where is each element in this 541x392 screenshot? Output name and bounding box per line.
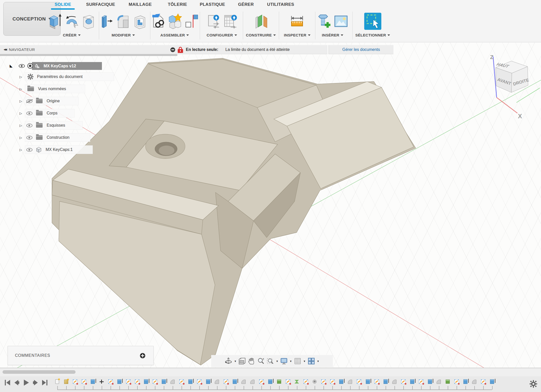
timeline-feature-extrude-icon[interactable] [115, 377, 124, 386]
tab-surfacique[interactable]: SURFACIQUE [85, 1, 117, 8]
timeline-feature-hole-icon[interactable] [310, 377, 319, 386]
fillet-icon[interactable] [116, 13, 131, 29]
joint-icon[interactable] [184, 13, 199, 29]
navigator-scrollbar[interactable] [0, 54, 177, 56]
new-component-icon[interactable] [167, 13, 182, 29]
timeline-feature-extrude-icon[interactable] [363, 377, 372, 386]
activate-component-radio[interactable] [27, 63, 33, 69]
expand-triangle-icon[interactable]: ▷ [18, 148, 23, 152]
timeline-feature-sketch-icon[interactable] [221, 377, 230, 386]
modifier-dropdown[interactable]: MODIFIER [112, 33, 135, 37]
timeline-feature-extrude-icon[interactable] [159, 377, 168, 386]
timeline-feature-extrude-icon[interactable] [425, 377, 434, 386]
selectionner-dropdown[interactable]: SÉLECTIONNER [355, 33, 390, 37]
counterbore-hole[interactable] [146, 134, 185, 159]
timeline-feature-base-feature-icon[interactable] [62, 377, 70, 386]
chevron-down-icon[interactable]: ▼ [303, 360, 306, 363]
timeline-scroll-track[interactable] [0, 368, 541, 376]
expand-triangle-icon[interactable]: ▷ [18, 111, 23, 115]
timeline-feature-sketch-icon[interactable] [399, 377, 408, 386]
link-component-icon[interactable] [151, 13, 165, 29]
timeline-feature-sketch-icon[interactable] [283, 377, 292, 386]
timeline-feature-extrude-icon[interactable] [186, 377, 195, 386]
visibility-eye-icon[interactable] [26, 136, 32, 140]
timeline-feature-combine-icon[interactable] [275, 377, 283, 386]
viewports-icon[interactable] [308, 357, 315, 365]
visibility-eye-icon[interactable] [19, 64, 25, 68]
tree-row-esquisses[interactable]: ▷ Esquisses [0, 121, 65, 130]
timeline-feature-extrude-icon[interactable] [408, 377, 417, 386]
tab-tolerie[interactable]: TÔLERIE [166, 1, 189, 8]
inspecter-dropdown[interactable]: INSPECTER [284, 33, 311, 37]
select-icon[interactable] [364, 12, 382, 30]
selected-item-highlight[interactable]: MX KeyCaps v12 [32, 62, 102, 70]
timeline-feature-fillet-icon[interactable] [470, 377, 479, 386]
timeline-feature-sketch-icon[interactable] [70, 377, 79, 386]
timeline-feature-extrude-icon[interactable] [88, 377, 97, 386]
tab-solide[interactable]: SOLIDE [53, 1, 73, 8]
minus-circle-icon[interactable] [170, 47, 175, 52]
pan-icon[interactable] [248, 357, 255, 365]
visibility-off-eye-icon[interactable] [26, 99, 32, 103]
configuration-table-icon[interactable] [223, 13, 238, 29]
timeline-feature-mirror-icon[interactable] [292, 377, 301, 386]
tree-row-origine[interactable]: ▷ Origine [0, 97, 60, 105]
display-settings-icon[interactable] [280, 357, 288, 365]
hole-icon[interactable] [81, 13, 96, 29]
timeline-feature-extrude-icon[interactable] [141, 377, 150, 386]
play-icon[interactable] [22, 379, 30, 386]
timeline-feature-extrude-icon[interactable] [381, 377, 390, 386]
collapse-panel-icon[interactable]: ◀◀ [4, 48, 6, 51]
timeline-feature-new-component-icon[interactable] [53, 377, 62, 386]
zoom-icon[interactable]: ± [257, 357, 265, 365]
timeline-feature-sketch-icon[interactable] [177, 377, 186, 386]
grid-icon[interactable] [294, 357, 301, 365]
expand-triangle-icon[interactable]: ▷ [18, 136, 23, 140]
go-to-start-icon[interactable] [4, 379, 11, 386]
construction-plane-icon[interactable] [254, 13, 268, 29]
timeline-feature-sketch-icon[interactable] [354, 377, 363, 386]
timeline-feature-sketch-icon[interactable] [372, 377, 381, 386]
insert-canvas-icon[interactable] [334, 13, 348, 29]
timeline-feature-extrude-icon[interactable] [488, 377, 496, 386]
shell-icon[interactable] [133, 13, 147, 29]
look-at-icon[interactable] [238, 357, 246, 365]
timeline-feature-extrude-icon[interactable] [266, 377, 275, 386]
timeline-feature-sketch-icon[interactable] [106, 377, 115, 386]
tab-utilitaires[interactable]: UTILITAIRES [266, 1, 296, 8]
timeline-feature-sketch-icon[interactable] [417, 377, 425, 386]
chevron-down-icon[interactable]: ▼ [317, 360, 319, 363]
assembler-dropdown[interactable]: ASSEMBLER [160, 33, 189, 37]
extrude-icon[interactable] [48, 13, 62, 29]
configuration-icon[interactable] [206, 13, 221, 29]
timeline-feature-combine-icon[interactable] [443, 377, 452, 386]
chevron-down-icon[interactable]: ▼ [234, 360, 237, 363]
tab-plastique[interactable]: PLASTIQUE [198, 1, 227, 8]
tree-row-mx-keycaps-1[interactable]: ▷ MX KeyCaps:1 [0, 145, 73, 154]
construire-dropdown[interactable]: CONSTRUIRE [246, 33, 276, 37]
tree-row-vues-nommees[interactable]: ▷ Vues nommées [0, 85, 66, 93]
timeline-feature-fillet-icon[interactable] [168, 377, 177, 386]
timeline-feature-move-icon[interactable] [97, 377, 106, 386]
tree-row-root[interactable]: ◣ MX KeyCaps v12 [0, 62, 117, 70]
timeline-feature-sketch-icon[interactable] [319, 377, 328, 386]
timeline-feature-sketch-icon[interactable] [124, 377, 133, 386]
inserer-dropdown[interactable]: INSÉRER [322, 33, 344, 37]
tree-row-construction[interactable]: ▷ Construction [0, 133, 69, 142]
tab-gerer[interactable]: GÉRER [237, 1, 255, 8]
comments-panel[interactable]: COMMENTAIRES [8, 346, 154, 365]
chevron-down-icon[interactable]: ▼ [290, 360, 292, 363]
expand-triangle-icon[interactable]: ◣ [10, 64, 13, 68]
timeline-feature-fillet-icon[interactable] [212, 377, 221, 386]
timeline-feature-sketch-icon[interactable] [328, 377, 337, 386]
timeline-feature-sketch-icon[interactable] [257, 377, 266, 386]
tab-maillage[interactable]: MAILLAGE [127, 1, 153, 8]
step-forward-icon[interactable] [32, 379, 39, 386]
timeline-feature-fillet-icon[interactable] [434, 377, 443, 386]
orbit-icon[interactable] [225, 357, 232, 365]
visibility-eye-icon[interactable] [26, 148, 32, 152]
go-to-end-icon[interactable] [42, 379, 48, 386]
timeline-feature-extrude-icon[interactable] [337, 377, 346, 386]
timeline-feature-extrude-icon[interactable] [204, 377, 212, 386]
creer-dropdown[interactable]: CRÉER [63, 33, 81, 37]
